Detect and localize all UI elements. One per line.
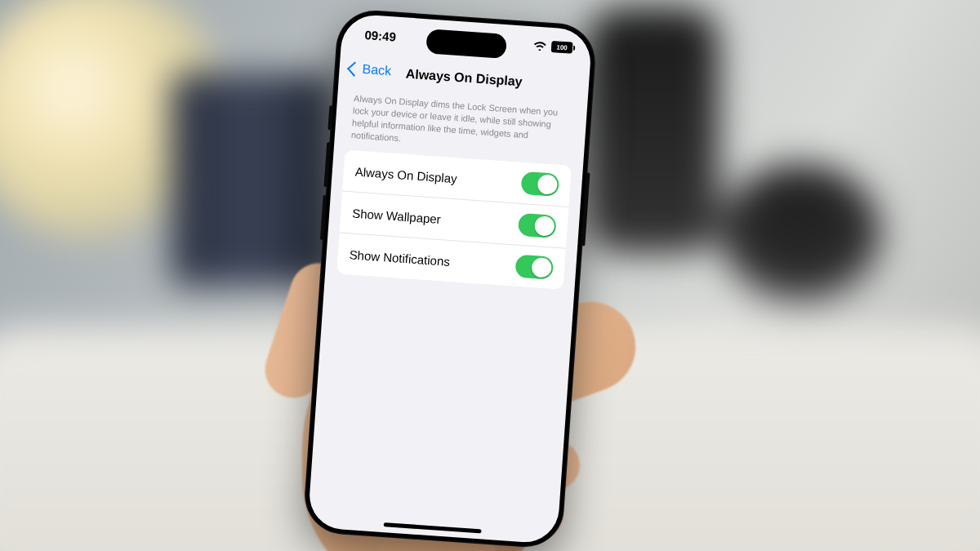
row-label: Show Notifications [349,247,450,269]
row-label: Always On Display [354,164,457,185]
battery-level: 100 [556,43,568,51]
home-indicator[interactable] [384,522,482,533]
battery-icon: 100 [551,41,576,54]
toggle-always-on-display[interactable] [520,171,559,197]
silent-switch[interactable] [327,105,332,130]
phone: 09:49 100 Back Always On Display [302,8,598,550]
screen: 09:49 100 Back Always On Display [307,13,592,544]
photo-scene: 09:49 100 Back Always On Display [0,0,980,551]
toggle-show-notifications[interactable] [514,255,554,280]
wifi-icon [533,40,547,51]
settings-group: Always On Display Show Wallpaper Show No… [336,150,572,290]
row-label: Show Wallpaper [352,206,442,226]
status-time: 09:49 [364,28,396,44]
toggle-show-wallpaper[interactable] [518,213,557,238]
